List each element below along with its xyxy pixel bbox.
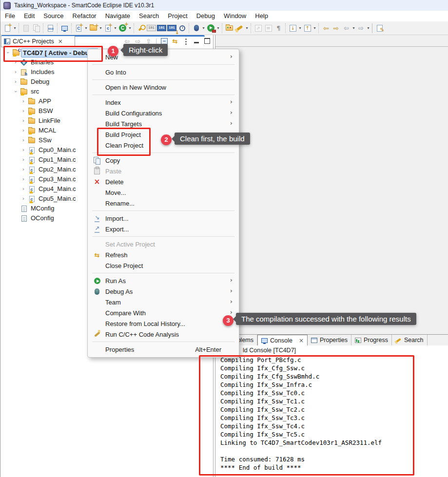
debug-dropdown[interactable]: ▾: [201, 26, 206, 30]
tab-search[interactable]: Search: [392, 335, 428, 345]
chevron-collapsed-icon[interactable]: [20, 184, 27, 194]
menu-item-rename[interactable]: Rename...: [88, 198, 239, 209]
menu-item-close-project[interactable]: Close Project: [88, 260, 239, 271]
profiling-clock-icon[interactable]: [177, 23, 187, 34]
close-console-tab-icon[interactable]: ×: [299, 337, 304, 344]
chevron-collapsed-icon[interactable]: [20, 165, 27, 174]
tab-progress[interactable]: Progress: [351, 335, 392, 345]
chevron-collapsed-icon[interactable]: [20, 96, 27, 106]
menu-item-compare-with[interactable]: Compare With: [88, 307, 239, 318]
menu-window[interactable]: Window: [219, 11, 251, 21]
tab-console[interactable]: Console ×: [257, 335, 308, 345]
menu-navigate[interactable]: Navigate: [101, 11, 135, 21]
close-tab-icon[interactable]: ×: [58, 38, 63, 45]
save-all-icon[interactable]: [31, 23, 41, 34]
new-c-folder-icon[interactable]: +: [88, 23, 98, 34]
menu-bar: File Edit Source Refactor Navigate Searc…: [0, 11, 448, 21]
back-history-dropdown[interactable]: ▾: [351, 26, 356, 30]
menu-search[interactable]: Search: [135, 11, 163, 21]
tab-properties[interactable]: Properties: [308, 335, 351, 345]
folder-icon: [27, 138, 37, 143]
flash-gray-icon[interactable]: 101: [146, 23, 156, 34]
menu-item-copy[interactable]: Copy: [88, 155, 239, 166]
menu-debug[interactable]: Debug: [192, 11, 219, 21]
menu-item-move[interactable]: Move...: [88, 187, 239, 198]
debug-as-icon: [93, 288, 101, 295]
flash-download-icon[interactable]: 101↓: [167, 23, 177, 34]
new-c-project-icon[interactable]: C+: [74, 23, 84, 34]
search-toolbar-icon[interactable]: [234, 23, 245, 34]
forward-history-dropdown[interactable]: ▾: [366, 26, 370, 30]
chevron-collapsed-icon[interactable]: [20, 174, 27, 184]
build-all-wrench-icon[interactable]: [136, 23, 146, 34]
menu-item-refresh[interactable]: ⇆Refresh: [88, 249, 239, 260]
new-c-folder-dropdown[interactable]: ▾: [98, 26, 103, 30]
menu-project[interactable]: Project: [163, 11, 192, 21]
chevron-collapsed-icon[interactable]: [20, 126, 27, 135]
menu-item-run-code-analysis[interactable]: Run C/C++ Code Analysis: [88, 329, 239, 340]
new-c-file-dropdown[interactable]: ▾: [113, 26, 117, 30]
menu-item-go-into[interactable]: Go Into: [88, 67, 239, 77]
debug-icon[interactable]: [191, 23, 201, 34]
menu-item-delete[interactable]: ×Delete: [88, 176, 239, 187]
chevron-collapsed-icon[interactable]: [20, 106, 27, 116]
menu-item-open-in-new-window[interactable]: Open in New Window: [88, 82, 239, 93]
tooltip-compilation-success: The compilation successed with the follo…: [236, 313, 416, 325]
menu-edit[interactable]: Edit: [19, 11, 39, 21]
next-annotation-icon[interactable]: ↓: [288, 23, 298, 34]
open-element-icon[interactable]: [224, 23, 234, 34]
menu-item-run-as[interactable]: Run As: [88, 275, 239, 286]
menu-item-properties[interactable]: PropertiesAlt+Enter: [88, 344, 239, 355]
chevron-collapsed-icon[interactable]: [20, 116, 27, 126]
link-with-editor-icon[interactable]: ⇆: [171, 37, 179, 45]
view-menu-icon[interactable]: [182, 37, 190, 45]
menu-item-export[interactable]: ↗Export...: [88, 224, 239, 234]
folder-warning-icon: [27, 109, 37, 114]
menu-item-build-configurations[interactable]: Build Configurations: [88, 108, 239, 118]
chevron-collapsed-icon[interactable]: [20, 145, 27, 155]
chevron-collapsed-icon[interactable]: [20, 135, 27, 145]
save-icon[interactable]: [21, 23, 31, 34]
prev-annotation-icon[interactable]: ↑: [302, 23, 312, 34]
binary-file-icon[interactable]: 010: [45, 23, 56, 34]
next-annotation-dropdown[interactable]: ▾: [298, 26, 302, 30]
annotation-box-console: [199, 355, 414, 476]
chevron-expanded-icon[interactable]: [12, 87, 19, 96]
back-history-icon[interactable]: ⇦: [341, 23, 351, 34]
menu-item-team[interactable]: Team: [88, 297, 239, 307]
chevron-collapsed-icon[interactable]: [12, 67, 19, 77]
run-dropdown[interactable]: ▾: [216, 26, 220, 30]
menu-help[interactable]: Help: [251, 11, 273, 21]
menu-item-import[interactable]: ↘Import...: [88, 213, 239, 224]
chevron-collapsed-icon[interactable]: [12, 77, 19, 87]
flash-device-icon[interactable]: 101: [156, 23, 167, 34]
menu-source[interactable]: Source: [39, 11, 68, 21]
minimize-icon[interactable]: [193, 37, 200, 45]
prev-annotation-dropdown[interactable]: ▾: [312, 26, 317, 30]
next-edit-location-icon[interactable]: ⇨: [331, 23, 341, 34]
folder-warning-icon: [27, 128, 37, 134]
menu-file[interactable]: File: [0, 11, 19, 21]
console-view-icon[interactable]: [59, 23, 70, 34]
menu-refactor[interactable]: Refactor: [68, 11, 101, 21]
menu-item-index[interactable]: Index: [88, 97, 239, 108]
new-wizard-dropdown[interactable]: ▾: [13, 26, 17, 30]
maximize-icon[interactable]: [203, 37, 211, 45]
new-c-file-icon[interactable]: c+: [103, 23, 113, 34]
chevron-collapsed-icon[interactable]: [20, 155, 27, 165]
menu-item-debug-as[interactable]: Debug As: [88, 286, 239, 297]
chevron-collapsed-icon[interactable]: [20, 194, 27, 204]
menu-item-restore-from-local-history[interactable]: Restore from Local History...: [88, 318, 239, 329]
pin-editor-icon[interactable]: ✎: [374, 23, 385, 34]
forward-history-icon[interactable]: ⇨: [356, 23, 366, 34]
run-icon[interactable]: [206, 23, 216, 34]
open-type-icon[interactable]: ⇗: [253, 23, 263, 34]
new-wizard-icon[interactable]: +: [2, 23, 13, 34]
open-resource-icon[interactable]: ≡: [263, 23, 273, 34]
show-whitespace-icon[interactable]: ¶: [273, 23, 284, 34]
window-title: Tasking_Workspace - SmartCode Eclipse ID…: [14, 2, 154, 9]
build-active-config-icon[interactable]: C+: [117, 23, 128, 34]
new-c-project-dropdown[interactable]: ▾: [84, 26, 88, 30]
search-dropdown[interactable]: ▾: [245, 26, 249, 30]
last-edit-location-icon[interactable]: ⇦: [321, 23, 331, 34]
